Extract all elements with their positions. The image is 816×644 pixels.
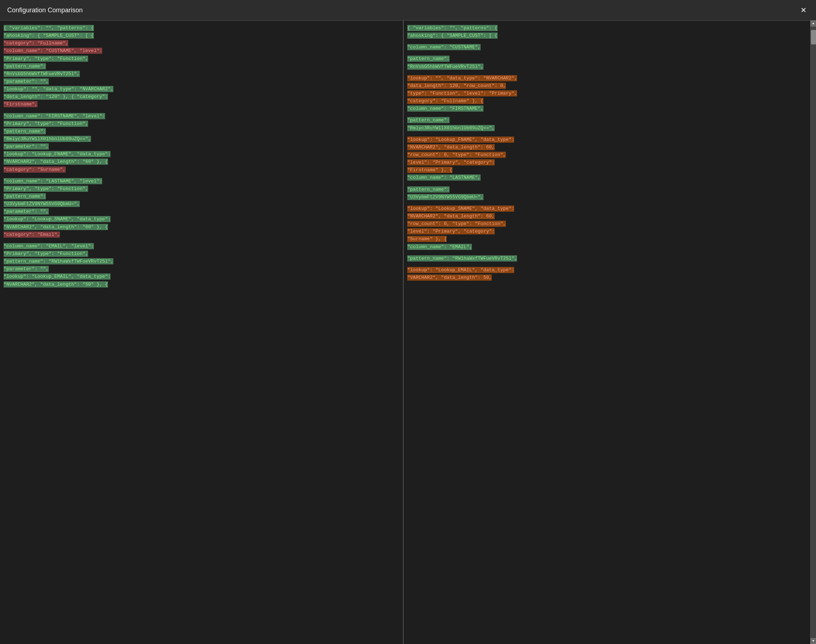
window-title: Configuration Comparison xyxy=(7,6,83,14)
scroll-thumb[interactable] xyxy=(811,30,816,44)
right-pane[interactable]: { "variables": "", "patterns": {"ahoskin… xyxy=(404,21,810,644)
close-button[interactable]: ✕ xyxy=(798,5,809,15)
scroll-up-button[interactable]: ▲ xyxy=(811,21,816,26)
content-area: { "variables": "", "patterns": {"ahoskin… xyxy=(0,21,816,644)
scroll-down-button[interactable]: ▼ xyxy=(811,638,816,644)
scroll-track[interactable] xyxy=(811,26,816,638)
left-code-block: { "variables": "", "patterns": {"ahoskin… xyxy=(4,25,400,288)
title-bar: Configuration Comparison ✕ xyxy=(0,0,816,21)
scrollbar: ▲ ▼ xyxy=(810,21,816,644)
left-pane[interactable]: { "variables": "", "patterns": {"ahoskin… xyxy=(0,21,404,644)
right-code-block: { "variables": "", "patterns": {"ahoskin… xyxy=(407,25,803,281)
window: Configuration Comparison ✕ { "variables"… xyxy=(0,0,816,644)
